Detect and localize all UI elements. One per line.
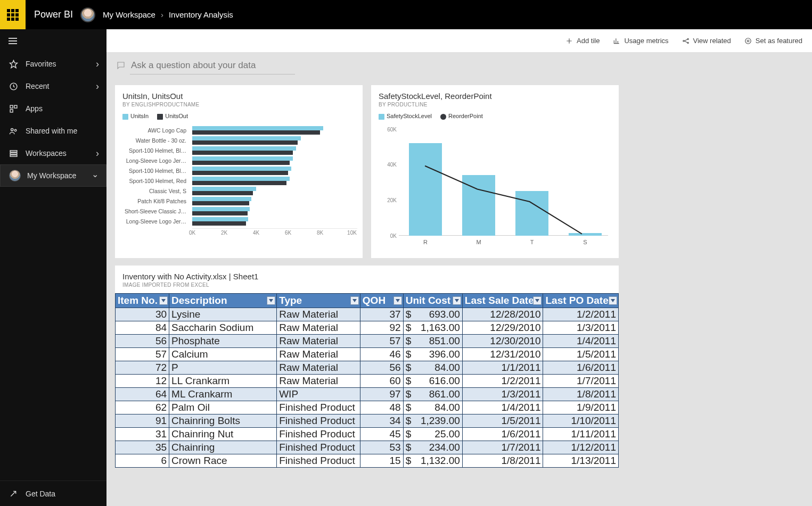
table-cell: Raw Material [277, 308, 360, 321]
column-header[interactable]: Type [277, 294, 360, 308]
table-cell: 37 [360, 308, 403, 321]
category-label: S [583, 239, 587, 245]
svg-rect-7 [10, 150, 17, 152]
line-reorderpoint [425, 165, 582, 234]
column-header[interactable]: Item No. [116, 294, 169, 308]
column-header[interactable]: Unit Cost [403, 294, 462, 308]
svg-point-12 [687, 42, 688, 43]
table-row: 64ML CrankarmWIP97$861.001/3/20111/8/201… [116, 388, 619, 401]
table-row: 31Chainring NutFinished Product45$25.001… [116, 428, 619, 441]
table-cell: 12/29/2010 [462, 321, 543, 335]
table-cell: 12 [116, 375, 169, 388]
table-cell: 46 [360, 348, 403, 361]
nav-my-workspace[interactable]: My Workspace [0, 164, 106, 187]
tile-subtitle: BY PRODUCTLINE [379, 102, 611, 107]
filter-dropdown-icon[interactable] [393, 296, 402, 305]
column-header[interactable]: Description [169, 294, 277, 308]
table-cell: Finished Product [277, 454, 360, 468]
filter-dropdown-icon[interactable] [609, 296, 617, 305]
nav-recent[interactable]: Recent [0, 75, 106, 97]
cmd-label: View related [693, 37, 731, 45]
left-nav: Favorites Recent Apps Shared with me Wor… [0, 29, 106, 506]
table-cell: Finished Product [277, 401, 360, 414]
table-cell: 1/2/2011 [462, 375, 543, 388]
column-header[interactable]: QOH [360, 294, 403, 308]
command-bar: Add tile Usage metrics View related Set … [106, 29, 812, 53]
nav-get-data[interactable]: Get Data [0, 480, 106, 506]
bar-unitsout [192, 140, 298, 145]
cmd-label: Set as featured [756, 37, 802, 45]
svg-point-6 [14, 129, 17, 131]
breadcrumb-workspace[interactable]: My Workspace [103, 10, 155, 19]
table-cell: $861.00 [403, 388, 462, 401]
plus-icon [565, 37, 573, 45]
cmd-label: Add tile [577, 37, 600, 45]
table-cell: 53 [360, 441, 403, 454]
breadcrumb: My Workspace › Inventory Analysis [103, 10, 233, 19]
legend-label: SafetyStockLevel [387, 113, 432, 119]
column-header[interactable]: Last PO Date [543, 294, 619, 308]
nav-shared[interactable]: Shared with me [0, 120, 106, 142]
qna-input[interactable] [130, 59, 295, 74]
nav-favorites[interactable]: Favorites [0, 53, 106, 75]
nav-label: Workspaces [26, 149, 96, 157]
cmd-usage-metrics[interactable]: Usage metrics [612, 37, 668, 45]
bar-unitsin [192, 177, 290, 181]
bar-unitsout [192, 171, 288, 175]
bar-unitsin [192, 146, 296, 151]
avatar[interactable] [80, 7, 95, 22]
bar-row: Sport-100 Helmet, Red [120, 176, 357, 186]
qna-box[interactable] [116, 59, 812, 74]
table-cell: Lysine [169, 308, 277, 321]
nav-label: Favorites [26, 60, 96, 68]
filter-dropdown-icon[interactable] [453, 296, 461, 305]
combo-chart: 0K20K40K60KRMTS [376, 125, 613, 247]
legend: SafetyStockLevel ReorderPoint [371, 109, 619, 123]
cmd-add-tile[interactable]: Add tile [565, 37, 600, 45]
svg-rect-8 [10, 153, 17, 154]
top-bar: Power BI My Workspace › Inventory Analys… [0, 0, 812, 29]
filter-dropdown-icon[interactable] [267, 296, 275, 305]
tile-inventory-table[interactable]: Inventory with No Activity.xlsx | Sheet1… [115, 266, 619, 468]
bar-chart: AWC Logo CapWater Bottle - 30 oz.Sport-1… [120, 125, 357, 242]
category-label: Classic Vest, S [120, 188, 190, 194]
nav-collapse[interactable] [0, 29, 106, 53]
table-cell: 1/7/2011 [462, 441, 543, 454]
bar-unitsout [192, 151, 293, 155]
table-cell: 62 [116, 401, 169, 414]
chevron-right-icon [96, 148, 99, 159]
column-header[interactable]: Last Sale Date [462, 294, 543, 308]
table-cell: 30 [116, 308, 169, 321]
filter-dropdown-icon[interactable] [159, 296, 168, 305]
table-cell: $616.00 [403, 375, 462, 388]
table-row: 84Saccharin SodiumRaw Material92$1,163.0… [116, 321, 619, 335]
nav-workspaces[interactable]: Workspaces [0, 142, 106, 164]
table-cell: 64 [116, 388, 169, 401]
clock-icon [9, 81, 18, 91]
bar-unitsin [192, 126, 323, 130]
filter-dropdown-icon[interactable] [533, 296, 542, 305]
breadcrumb-page[interactable]: Inventory Analysis [169, 10, 233, 19]
tile-safety-stock[interactable]: SafetyStockLevel, ReorderPoint BY PRODUC… [371, 85, 619, 258]
nav-label: Apps [26, 104, 99, 113]
legend-label: UnitsIn [130, 113, 149, 119]
axis-tick: 8K [317, 230, 323, 236]
axis-tick: 20K [379, 197, 397, 203]
cmd-view-related[interactable]: View related [682, 37, 731, 45]
bar-unitsin [192, 197, 251, 201]
nav-apps[interactable]: Apps [0, 97, 106, 120]
dashboard-canvas: UnitsIn, UnitsOut BY ENGLISHPRODUCTNAME … [106, 53, 812, 506]
app-launcher[interactable] [0, 0, 26, 29]
tile-units[interactable]: UnitsIn, UnitsOut BY ENGLISHPRODUCTNAME … [115, 85, 363, 258]
people-icon [9, 126, 18, 136]
table-cell: 1/6/2011 [543, 361, 619, 375]
svg-rect-9 [10, 155, 17, 156]
axis-tick: 6K [285, 230, 291, 236]
category-label: Sport-100 Helmet, Bl… [120, 147, 190, 154]
cmd-set-featured[interactable]: Set as featured [744, 37, 802, 45]
table-cell: Chainring Bolts [169, 414, 277, 428]
filter-dropdown-icon[interactable] [350, 296, 359, 305]
axis-tick: 60K [379, 126, 397, 132]
star-icon [9, 59, 18, 69]
table-cell: ML Crankarm [169, 388, 277, 401]
